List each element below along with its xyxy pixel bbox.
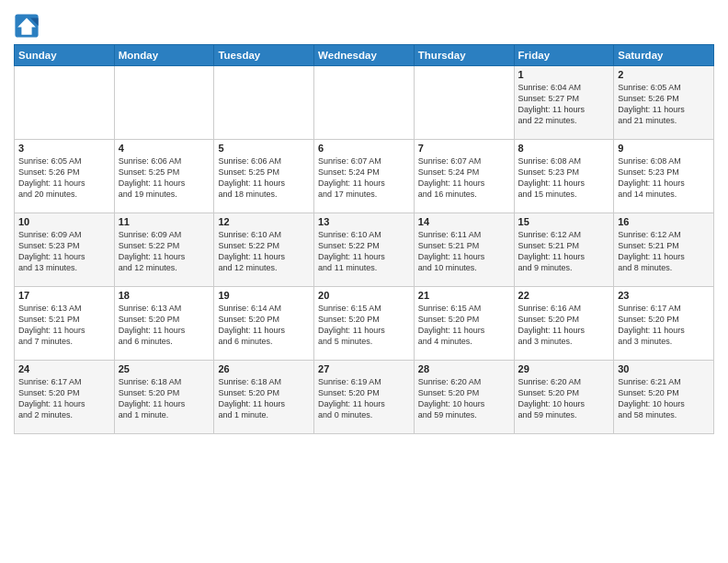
day-detail: Sunrise: 6:08 AM Sunset: 5:23 PM Dayligh… (518, 155, 610, 201)
day-cell: 27Sunrise: 6:19 AM Sunset: 5:20 PM Dayli… (314, 361, 415, 434)
day-number: 21 (418, 290, 510, 301)
day-cell (414, 66, 514, 140)
day-number: 4 (119, 143, 210, 154)
day-number: 24 (18, 363, 110, 374)
day-cell (114, 66, 214, 140)
day-cell: 24Sunrise: 6:17 AM Sunset: 5:20 PM Dayli… (15, 361, 115, 434)
calendar-header: SundayMondayTuesdayWednesdayThursdayFrid… (15, 45, 714, 66)
day-cell (214, 66, 314, 140)
day-header-friday: Friday (514, 45, 614, 66)
day-detail: Sunrise: 6:19 AM Sunset: 5:20 PM Dayligh… (318, 376, 410, 421)
day-header-saturday: Saturday (614, 45, 714, 66)
day-number: 8 (518, 143, 610, 154)
day-cell: 1Sunrise: 6:04 AM Sunset: 5:27 PM Daylig… (514, 66, 614, 140)
day-detail: Sunrise: 6:04 AM Sunset: 5:27 PM Dayligh… (518, 82, 610, 127)
day-number: 17 (18, 290, 110, 301)
week-row-4: 24Sunrise: 6:17 AM Sunset: 5:20 PM Dayli… (15, 361, 714, 434)
day-cell: 18Sunrise: 6:13 AM Sunset: 5:20 PM Dayli… (114, 287, 214, 361)
day-detail: Sunrise: 6:07 AM Sunset: 5:24 PM Dayligh… (318, 155, 410, 201)
day-detail: Sunrise: 6:16 AM Sunset: 5:20 PM Dayligh… (518, 303, 610, 348)
day-cell: 6Sunrise: 6:07 AM Sunset: 5:24 PM Daylig… (314, 140, 415, 213)
day-number: 15 (518, 216, 610, 227)
day-cell: 13Sunrise: 6:10 AM Sunset: 5:22 PM Dayli… (314, 213, 415, 287)
day-cell: 30Sunrise: 6:21 AM Sunset: 5:20 PM Dayli… (614, 361, 714, 434)
week-row-1: 3Sunrise: 6:05 AM Sunset: 5:26 PM Daylig… (15, 140, 714, 213)
day-cell: 16Sunrise: 6:12 AM Sunset: 5:21 PM Dayli… (614, 213, 714, 287)
day-detail: Sunrise: 6:06 AM Sunset: 5:25 PM Dayligh… (218, 155, 310, 201)
day-header-monday: Monday (114, 45, 214, 66)
day-cell: 26Sunrise: 6:18 AM Sunset: 5:20 PM Dayli… (214, 361, 314, 434)
day-detail: Sunrise: 6:17 AM Sunset: 5:20 PM Dayligh… (618, 303, 710, 348)
day-header-wednesday: Wednesday (314, 45, 415, 66)
day-detail: Sunrise: 6:15 AM Sunset: 5:20 PM Dayligh… (418, 303, 510, 348)
day-cell: 15Sunrise: 6:12 AM Sunset: 5:21 PM Dayli… (514, 213, 614, 287)
day-number: 28 (418, 363, 510, 374)
day-number: 5 (218, 143, 310, 154)
day-detail: Sunrise: 6:12 AM Sunset: 5:21 PM Dayligh… (618, 229, 710, 274)
week-row-2: 10Sunrise: 6:09 AM Sunset: 5:23 PM Dayli… (15, 213, 714, 287)
day-number: 18 (119, 290, 210, 301)
day-detail: Sunrise: 6:07 AM Sunset: 5:24 PM Dayligh… (418, 155, 510, 201)
day-cell: 2Sunrise: 6:05 AM Sunset: 5:26 PM Daylig… (614, 66, 714, 140)
day-number: 25 (119, 363, 210, 374)
day-detail: Sunrise: 6:06 AM Sunset: 5:25 PM Dayligh… (119, 155, 210, 201)
day-number: 2 (618, 69, 710, 80)
day-cell: 7Sunrise: 6:07 AM Sunset: 5:24 PM Daylig… (414, 140, 514, 213)
day-detail: Sunrise: 6:11 AM Sunset: 5:21 PM Dayligh… (418, 229, 510, 274)
day-detail: Sunrise: 6:20 AM Sunset: 5:20 PM Dayligh… (418, 376, 510, 421)
day-number: 14 (418, 216, 510, 227)
calendar-table: SundayMondayTuesdayWednesdayThursdayFrid… (14, 44, 714, 434)
day-number: 23 (618, 290, 710, 301)
day-cell: 5Sunrise: 6:06 AM Sunset: 5:25 PM Daylig… (214, 140, 314, 213)
day-detail: Sunrise: 6:14 AM Sunset: 5:20 PM Dayligh… (218, 303, 310, 348)
day-number: 30 (618, 363, 710, 374)
day-number: 20 (318, 290, 410, 301)
day-detail: Sunrise: 6:21 AM Sunset: 5:20 PM Dayligh… (618, 376, 710, 421)
day-detail: Sunrise: 6:15 AM Sunset: 5:20 PM Dayligh… (318, 303, 410, 348)
day-number: 7 (418, 143, 510, 154)
day-number: 11 (119, 216, 210, 227)
day-number: 9 (618, 143, 710, 154)
day-header-tuesday: Tuesday (214, 45, 314, 66)
day-detail: Sunrise: 6:18 AM Sunset: 5:20 PM Dayligh… (119, 376, 210, 421)
day-number: 16 (618, 216, 710, 227)
day-number: 3 (18, 143, 110, 154)
day-cell: 4Sunrise: 6:06 AM Sunset: 5:25 PM Daylig… (114, 140, 214, 213)
day-detail: Sunrise: 6:05 AM Sunset: 5:26 PM Dayligh… (618, 82, 710, 127)
day-number: 10 (18, 216, 110, 227)
day-detail: Sunrise: 6:18 AM Sunset: 5:20 PM Dayligh… (218, 376, 310, 421)
day-detail: Sunrise: 6:13 AM Sunset: 5:20 PM Dayligh… (119, 303, 210, 348)
day-number: 22 (518, 290, 610, 301)
logo (14, 13, 43, 39)
day-cell: 8Sunrise: 6:08 AM Sunset: 5:23 PM Daylig… (514, 140, 614, 213)
day-detail: Sunrise: 6:12 AM Sunset: 5:21 PM Dayligh… (518, 229, 610, 274)
day-detail: Sunrise: 6:20 AM Sunset: 5:20 PM Dayligh… (518, 376, 610, 421)
day-detail: Sunrise: 6:09 AM Sunset: 5:22 PM Dayligh… (119, 229, 210, 274)
day-number: 29 (518, 363, 610, 374)
day-cell: 23Sunrise: 6:17 AM Sunset: 5:20 PM Dayli… (614, 287, 714, 361)
day-number: 1 (518, 69, 610, 80)
day-detail: Sunrise: 6:05 AM Sunset: 5:26 PM Dayligh… (18, 155, 110, 201)
day-header-thursday: Thursday (414, 45, 514, 66)
day-detail: Sunrise: 6:08 AM Sunset: 5:23 PM Dayligh… (618, 155, 710, 201)
day-cell: 17Sunrise: 6:13 AM Sunset: 5:21 PM Dayli… (15, 287, 115, 361)
day-detail: Sunrise: 6:10 AM Sunset: 5:22 PM Dayligh… (318, 229, 410, 274)
day-cell: 9Sunrise: 6:08 AM Sunset: 5:23 PM Daylig… (614, 140, 714, 213)
day-cell (314, 66, 415, 140)
day-cell (15, 66, 115, 140)
day-cell: 10Sunrise: 6:09 AM Sunset: 5:23 PM Dayli… (15, 213, 115, 287)
day-detail: Sunrise: 6:17 AM Sunset: 5:20 PM Dayligh… (18, 376, 110, 421)
day-cell: 22Sunrise: 6:16 AM Sunset: 5:20 PM Dayli… (514, 287, 614, 361)
page: SundayMondayTuesdayWednesdayThursdayFrid… (0, 0, 728, 563)
day-number: 27 (318, 363, 410, 374)
week-row-0: 1Sunrise: 6:04 AM Sunset: 5:27 PM Daylig… (15, 66, 714, 140)
day-cell: 11Sunrise: 6:09 AM Sunset: 5:22 PM Dayli… (114, 213, 214, 287)
day-detail: Sunrise: 6:09 AM Sunset: 5:23 PM Dayligh… (18, 229, 110, 274)
day-number: 13 (318, 216, 410, 227)
day-number: 6 (318, 143, 410, 154)
day-number: 26 (218, 363, 310, 374)
day-cell: 20Sunrise: 6:15 AM Sunset: 5:20 PM Dayli… (314, 287, 415, 361)
day-cell: 3Sunrise: 6:05 AM Sunset: 5:26 PM Daylig… (15, 140, 115, 213)
day-number: 19 (218, 290, 310, 301)
day-cell: 14Sunrise: 6:11 AM Sunset: 5:21 PM Dayli… (414, 213, 514, 287)
